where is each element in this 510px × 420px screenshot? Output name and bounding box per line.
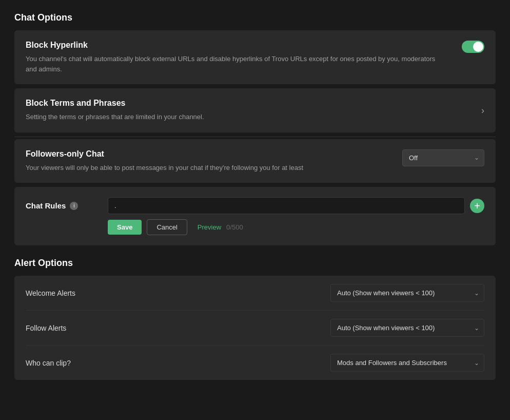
- save-button[interactable]: Save: [108, 220, 142, 235]
- chat-rules-input-row: +: [108, 197, 484, 214]
- alert-options-section: Alert Options Welcome Alerts Off Auto (S…: [14, 258, 496, 380]
- alert-options-title: Alert Options: [14, 258, 496, 269]
- followers-only-card: Followers-only Chat Your viewers will on…: [14, 139, 496, 183]
- divider-1: [14, 137, 496, 137]
- welcome-alerts-dropdown-wrapper: Off Auto (Show when viewers < 100) Alway…: [330, 284, 484, 302]
- block-terms-card[interactable]: Block Terms and Phrases Setting the term…: [14, 88, 496, 132]
- welcome-alerts-dropdown[interactable]: Off Auto (Show when viewers < 100) Alway…: [330, 284, 484, 302]
- chat-rules-label-area: Chat Rules i: [26, 197, 97, 210]
- who-can-clip-dropdown[interactable]: Everyone Mods and Followers and Subscrib…: [330, 354, 484, 372]
- block-hyperlink-toggle-container: [462, 41, 484, 54]
- who-can-clip-label: Who can clip?: [26, 359, 71, 367]
- followers-card-inner: Followers-only Chat Your viewers will on…: [26, 149, 484, 173]
- block-hyperlink-description: You channel's chat will automatically bl…: [26, 54, 446, 74]
- followers-only-title: Followers-only Chat: [26, 149, 392, 159]
- alert-options-container: Welcome Alerts Off Auto (Show when viewe…: [14, 276, 496, 380]
- chat-rules-card-inner: Chat Rules i + Save Cancel Preview 0/500: [26, 197, 484, 235]
- chat-rules-label: Chat Rules: [26, 201, 66, 210]
- who-can-clip-dropdown-wrapper: Everyone Mods and Followers and Subscrib…: [330, 354, 484, 372]
- followers-only-description: Your viewers will only be able to post m…: [26, 163, 392, 173]
- welcome-alerts-label: Welcome Alerts: [26, 289, 75, 297]
- block-terms-description: Setting the terms or phrases that are li…: [26, 112, 446, 122]
- chat-rules-card: Chat Rules i + Save Cancel Preview 0/500: [14, 187, 496, 245]
- welcome-alerts-row: Welcome Alerts Off Auto (Show when viewe…: [26, 276, 484, 311]
- chat-options-section: Chat Options Block Hyperlink You channel…: [14, 12, 496, 245]
- who-can-clip-row: Who can clip? Everyone Mods and Follower…: [26, 346, 484, 380]
- preview-button[interactable]: Preview: [198, 223, 221, 231]
- chat-rules-info-icon[interactable]: i: [70, 202, 78, 210]
- block-hyperlink-toggle[interactable]: [462, 41, 484, 53]
- follow-alerts-row: Follow Alerts Off Auto (Show when viewer…: [26, 311, 484, 346]
- chat-rules-input-area: + Save Cancel Preview 0/500: [108, 197, 484, 235]
- char-count: 0/500: [226, 223, 243, 231]
- followers-only-dropdown[interactable]: Off 1 minute 5 minutes 15 minutes 30 min…: [402, 149, 484, 166]
- block-terms-title: Block Terms and Phrases: [26, 99, 484, 108]
- follow-alerts-dropdown[interactable]: Off Auto (Show when viewers < 100) Alway…: [330, 319, 484, 337]
- chat-rules-input[interactable]: [108, 197, 465, 214]
- follow-alerts-dropdown-wrapper: Off Auto (Show when viewers < 100) Alway…: [330, 319, 484, 337]
- block-terms-chevron-icon: ›: [481, 105, 484, 116]
- block-hyperlink-title: Block Hyperlink: [26, 41, 484, 50]
- followers-dropdown-wrapper: Off 1 minute 5 minutes 15 minutes 30 min…: [402, 149, 484, 166]
- chat-options-title: Chat Options: [14, 12, 496, 23]
- follow-alerts-label: Follow Alerts: [26, 324, 66, 332]
- followers-card-left: Followers-only Chat Your viewers will on…: [26, 149, 402, 173]
- cancel-button[interactable]: Cancel: [147, 219, 187, 235]
- block-hyperlink-card: Block Hyperlink You channel's chat will …: [14, 30, 496, 84]
- add-rule-button[interactable]: +: [470, 199, 484, 213]
- chat-rules-action-row: Save Cancel Preview 0/500: [108, 219, 484, 235]
